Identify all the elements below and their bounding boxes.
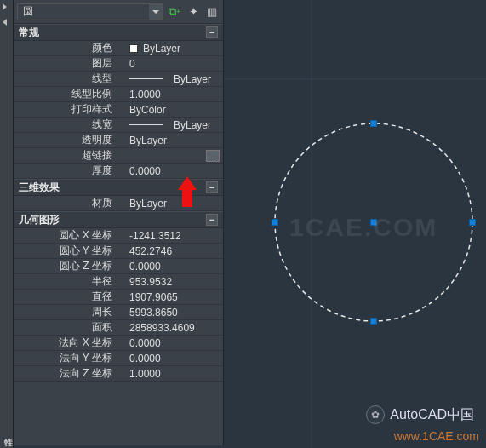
row-plotstyle[interactable]: 打印样式 ByColor: [14, 102, 223, 118]
select-objects-icon[interactable]: ✦: [186, 4, 201, 20]
grip-south[interactable]: [370, 318, 377, 325]
object-type-combo[interactable]: 圆: [17, 3, 163, 20]
color-swatch-icon: [129, 44, 138, 53]
drawing-canvas[interactable]: [224, 0, 486, 448]
panel-header: 圆 ⧉+ ✦ ▥: [14, 0, 223, 24]
section-3d[interactable]: 三维效果 −: [14, 179, 223, 196]
hyperlink-browse-button[interactable]: …: [206, 150, 220, 162]
grip-east[interactable]: [469, 219, 476, 226]
left-rail: 特性 回: [0, 0, 14, 448]
grip-center[interactable]: [370, 219, 377, 226]
linetype-preview-icon: [129, 78, 163, 79]
row-circumference[interactable]: 周长5993.8650: [14, 305, 223, 320]
chevron-down-icon[interactable]: [149, 4, 163, 20]
row-linetype[interactable]: 线型 ByLayer: [14, 72, 223, 87]
grip-west[interactable]: [272, 219, 278, 226]
quick-select-icon[interactable]: ⧉+: [167, 4, 182, 20]
section-geometry[interactable]: 几何图形 −: [14, 211, 223, 228]
row-lineweight[interactable]: 线宽 ByLayer: [14, 118, 223, 133]
canvas-svg: [224, 0, 486, 448]
collapse-icon[interactable]: −: [206, 214, 218, 226]
row-diameter[interactable]: 直径1907.9065: [14, 290, 223, 305]
properties-panel: 圆 ⧉+ ✦ ▥ 常规 − 颜色 ByLayer 图层 0 线型 ByLayer…: [14, 0, 224, 445]
row-transparency[interactable]: 透明度 ByLayer: [14, 133, 223, 148]
row-normal-z[interactable]: 法向 Z 坐标1.0000: [14, 366, 223, 382]
section-general[interactable]: 常规 −: [14, 24, 223, 41]
section-title: 常规: [19, 26, 39, 40]
row-material[interactable]: 材质 ByLayer: [14, 196, 223, 211]
rail-collapse-icon[interactable]: [3, 19, 7, 26]
toggle-pim-icon[interactable]: ▥: [204, 4, 220, 20]
row-radius[interactable]: 半径953.9532: [14, 274, 223, 290]
row-hyperlink[interactable]: 超链接 …: [14, 148, 223, 164]
row-layer[interactable]: 图层 0: [14, 56, 223, 72]
rail-expand-icon[interactable]: [3, 3, 7, 10]
section-title: 三维效果: [19, 181, 60, 195]
section-title: 几何图形: [19, 213, 60, 227]
row-center-y[interactable]: 圆心 Y 坐标452.2746: [14, 244, 223, 259]
row-normal-x[interactable]: 法向 X 坐标0.0000: [14, 336, 223, 351]
object-type-value: 圆: [18, 4, 149, 19]
row-ltscale[interactable]: 线型比例 1.0000: [14, 87, 223, 102]
collapse-icon[interactable]: −: [206, 181, 218, 193]
row-area[interactable]: 面积2858933.4609: [14, 320, 223, 336]
row-color[interactable]: 颜色 ByLayer: [14, 41, 223, 56]
grip-north[interactable]: [370, 120, 377, 127]
row-center-z[interactable]: 圆心 Z 坐标0.0000: [14, 259, 223, 274]
row-thickness[interactable]: 厚度 0.0000: [14, 164, 223, 179]
lineweight-preview-icon: [129, 124, 163, 125]
row-center-x[interactable]: 圆心 X 坐标-1241.3512: [14, 228, 223, 244]
row-normal-y[interactable]: 法向 Y 坐标0.0000: [14, 351, 223, 366]
collapse-icon[interactable]: −: [206, 26, 218, 38]
